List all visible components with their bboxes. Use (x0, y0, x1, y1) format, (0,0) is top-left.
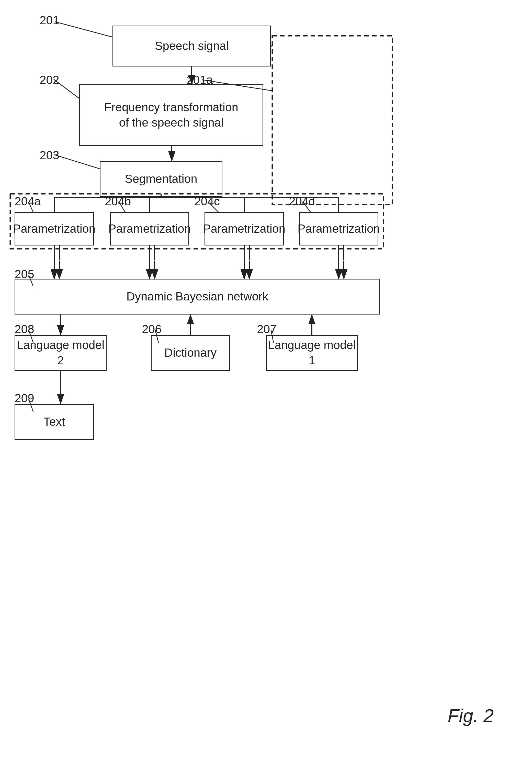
ref-204a: 204a (15, 194, 40, 208)
ref-208: 208 (15, 322, 34, 336)
ref-204d: 204d (289, 194, 315, 208)
ref-206: 206 (142, 322, 162, 336)
segmentation-label: Segmentation (125, 171, 197, 187)
ref-202: 202 (39, 73, 59, 87)
figure-label: Fig. 2 (448, 705, 494, 726)
param-c-label: Parametrization (203, 221, 285, 237)
param-d-box: Parametrization (299, 212, 378, 246)
ref-207: 207 (257, 322, 276, 336)
param-b-label: Parametrization (109, 221, 191, 237)
dbn-box: Dynamic Bayesian network (15, 279, 380, 315)
param-b-box: Parametrization (110, 212, 189, 246)
text-box: Text (15, 404, 94, 440)
speech-signal-box: Speech signal (113, 26, 271, 66)
dictionary-box: Dictionary (151, 335, 230, 371)
ref-201: 201 (39, 13, 59, 27)
svg-rect-4 (272, 36, 392, 204)
freq-transform-box: Frequency transformation of the speech s… (79, 84, 263, 146)
param-d-label: Parametrization (298, 221, 380, 237)
text-label: Text (43, 414, 65, 429)
svg-line-39 (54, 155, 100, 169)
param-a-box: Parametrization (15, 212, 94, 246)
dictionary-label: Dictionary (164, 345, 217, 360)
param-a-label: Parametrization (13, 221, 95, 237)
diagram: 201 202 201a 203 204a 204b 204c 204d 205… (0, 0, 532, 762)
freq-transform-label: Frequency transformation of the speech s… (104, 100, 238, 130)
segmentation-box: Segmentation (100, 161, 222, 197)
speech-signal-label: Speech signal (155, 38, 229, 54)
lang-model2-label: Language model 2 (15, 338, 106, 368)
lang-model1-label: Language model 1 (266, 338, 357, 368)
ref-209: 209 (15, 391, 34, 405)
param-c-box: Parametrization (204, 212, 284, 246)
svg-line-36 (55, 22, 113, 37)
ref-203: 203 (39, 148, 59, 162)
lang-model1-box: Language model 1 (266, 335, 358, 371)
lang-model2-box: Language model 2 (15, 335, 107, 371)
dbn-label: Dynamic Bayesian network (126, 289, 268, 304)
